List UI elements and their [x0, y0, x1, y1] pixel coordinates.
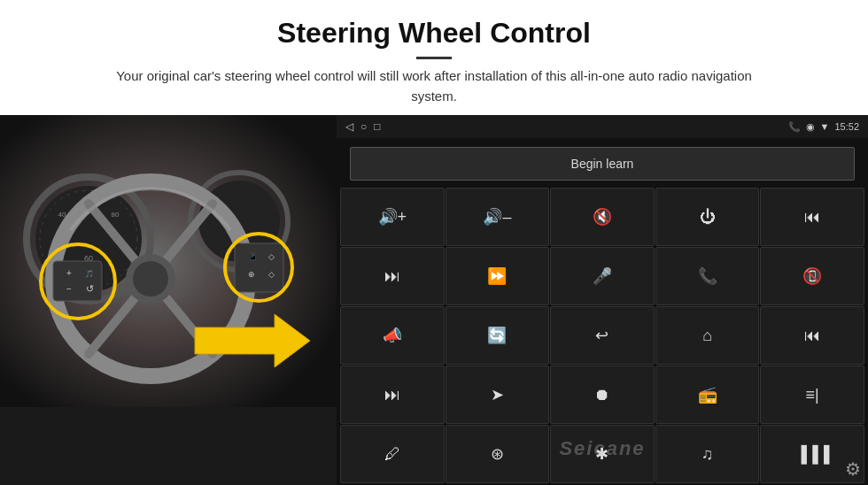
- page-container: Steering Wheel Control Your original car…: [0, 0, 868, 485]
- power-button[interactable]: ⏻: [655, 188, 760, 246]
- begin-learn-button[interactable]: Begin learn: [350, 147, 855, 181]
- vol-up-button[interactable]: 🔊+: [340, 188, 445, 246]
- phone-button[interactable]: 📞: [655, 247, 760, 305]
- mic-button[interactable]: 🎤: [550, 247, 655, 305]
- mute-button[interactable]: 🔇: [550, 188, 655, 246]
- content-row: 60 40 80 + �: [0, 115, 868, 485]
- svg-text:+: +: [66, 268, 72, 278]
- radio-button[interactable]: 📻: [655, 366, 760, 424]
- home-nav-icon[interactable]: ○: [360, 120, 367, 133]
- hangup-button[interactable]: 📵: [760, 247, 864, 305]
- vol-down-button[interactable]: 🔊–: [446, 188, 550, 246]
- cam360-button[interactable]: 🔄: [446, 306, 550, 365]
- recents-nav-icon[interactable]: □: [374, 120, 380, 133]
- settings-gear-button[interactable]: ⚙: [845, 458, 861, 480]
- home-button[interactable]: ⌂: [655, 306, 760, 365]
- music-button[interactable]: ♫: [655, 425, 760, 483]
- svg-rect-17: [53, 261, 102, 301]
- topbar-right: 📞 ◉ ▼ 15:52: [788, 121, 859, 133]
- svg-text:80: 80: [112, 211, 120, 219]
- header-section: Steering Wheel Control Your original car…: [0, 0, 868, 115]
- call-prev-button[interactable]: ⏮: [760, 188, 864, 246]
- steering-wheel-image: 60 40 80 + �: [0, 115, 337, 407]
- icons-grid: 🔊+🔊–🔇⏻⏮⏭⏩🎤📞📵📣🔄↩⌂⏮⏭➤⏺📻≡|🖊⊛✱♫▐▐▐: [337, 186, 868, 485]
- menu-button[interactable]: ⊛: [446, 425, 550, 483]
- mic2-button[interactable]: 🖊: [340, 425, 445, 483]
- back-nav-icon[interactable]: ◁: [345, 120, 353, 133]
- location-icon: ◉: [806, 121, 815, 133]
- subtitle: Your original car's steering wheel contr…: [97, 66, 771, 106]
- prev2-button[interactable]: ⏮: [760, 306, 864, 365]
- next2-button[interactable]: ⏭: [340, 366, 445, 424]
- svg-text:⊕: ⊕: [248, 270, 255, 279]
- wifi-icon: ▼: [820, 121, 830, 132]
- photo-section: 60 40 80 + �: [0, 115, 337, 485]
- fast-fwd-button[interactable]: ⏩: [446, 247, 550, 305]
- page-title: Steering Wheel Control: [53, 16, 815, 50]
- skip-next-button[interactable]: ⏭: [340, 247, 445, 305]
- svg-text:🎵: 🎵: [85, 269, 94, 278]
- title-divider: [416, 57, 452, 59]
- screen-section: ◁ ○ □ 📞 ◉ ▼ 15:52 Begin learn 🔊+🔊–🔇⏻⏮⏭⏩🎤…: [337, 115, 868, 485]
- time-display: 15:52: [834, 121, 859, 132]
- phone-icon: 📞: [788, 121, 801, 133]
- svg-text:◇: ◇: [268, 252, 275, 261]
- svg-text:📱: 📱: [248, 251, 259, 262]
- topbar-left: ◁ ○ □: [345, 120, 381, 133]
- svg-text:↺: ↺: [86, 283, 94, 294]
- svg-text:◇: ◇: [268, 270, 275, 279]
- svg-text:−: −: [66, 284, 72, 294]
- source-button[interactable]: ⏺: [550, 366, 655, 424]
- begin-learn-container: Begin learn: [337, 138, 868, 186]
- svg-point-16: [133, 261, 168, 296]
- svg-rect-22: [235, 243, 283, 292]
- speaker-button[interactable]: 📣: [340, 306, 445, 365]
- bluetooth-button[interactable]: ✱: [550, 425, 655, 483]
- navigate-button[interactable]: ➤: [446, 366, 550, 424]
- eq-button[interactable]: ≡|: [760, 366, 864, 424]
- android-topbar: ◁ ○ □ 📞 ◉ ▼ 15:52: [337, 115, 868, 138]
- back-button[interactable]: ↩: [550, 306, 655, 365]
